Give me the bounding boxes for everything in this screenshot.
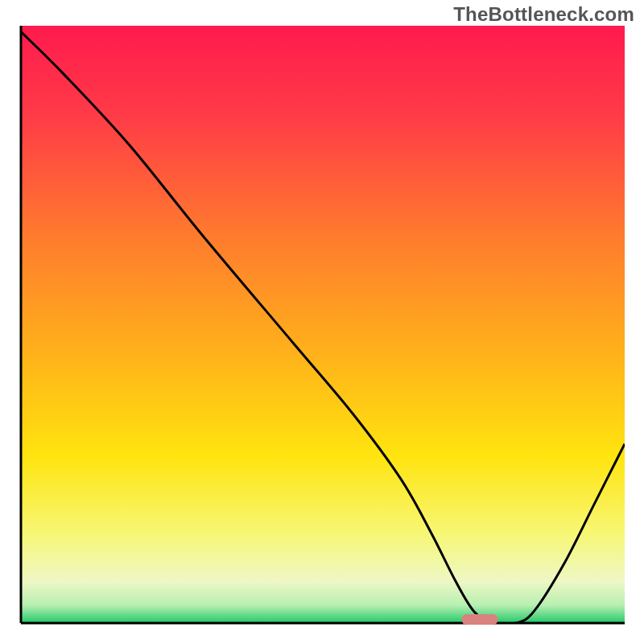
gradient-background bbox=[21, 26, 625, 623]
bottleneck-chart bbox=[0, 0, 644, 644]
watermark-label: TheBottleneck.com bbox=[453, 3, 634, 26]
chart-stage: TheBottleneck.com bbox=[0, 0, 644, 644]
optimal-marker bbox=[462, 614, 498, 625]
